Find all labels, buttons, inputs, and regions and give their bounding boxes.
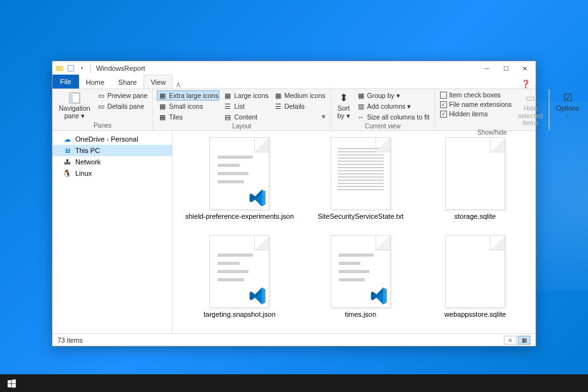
file-tab[interactable]: File	[52, 75, 79, 89]
svg-rect-2	[70, 93, 73, 103]
sidebar-item-network[interactable]: 🖧Network	[52, 156, 172, 168]
fit-icon: ↔	[357, 113, 365, 121]
explorer-window: ▾ WindowsReport ─ ☐ ✕ File Home Share Vi…	[52, 61, 536, 346]
current-view-group: ⬍ Sort by ▾ ▦Group by ▾ ▥Add columns ▾ ↔…	[331, 89, 436, 130]
close-button[interactable]: ✕	[515, 61, 534, 75]
add-columns-button[interactable]: ▥Add columns ▾	[355, 101, 431, 111]
options-group: ☑ Options ▾	[549, 89, 585, 130]
tiles-button[interactable]: ▦Tiles	[157, 112, 219, 122]
hidden-items-label: Hidden items	[449, 110, 487, 118]
sidebar-item-linux[interactable]: 🐧Linux	[52, 168, 172, 179]
sidebar-item-label: Linux	[75, 169, 92, 177]
svg-rect-0	[68, 66, 74, 71]
options-label: Options	[556, 105, 579, 113]
details-icon: ☰	[274, 102, 283, 111]
checkbox-icon: ✓	[440, 111, 447, 118]
sort-by-button[interactable]: ⬍ Sort by ▾	[335, 90, 353, 121]
file-item[interactable]: shield-preference-experiments.json	[185, 137, 294, 229]
layout-group: ▦Extra large icons ▦Small icons ▦Tiles ▦…	[153, 89, 331, 130]
sidebar-item-label: Network	[75, 158, 101, 166]
extensions-label: File name extensions	[449, 101, 511, 108]
share-tab[interactable]: Share	[111, 75, 144, 89]
file-thumbnail	[331, 235, 391, 308]
ribbon-tabs: File Home Share View ᐱ ❓	[52, 75, 536, 89]
preview-pane-label: Preview pane	[107, 92, 148, 99]
details-button[interactable]: ☰Details	[273, 101, 327, 111]
file-name-label: SiteSecurityServiceState.txt	[317, 212, 403, 220]
home-tab[interactable]: Home	[79, 75, 111, 89]
content-icon: ▤	[223, 113, 232, 121]
group-by-button[interactable]: ▦Group by ▾	[355, 90, 431, 101]
file-item[interactable]: webappsstore.sqlite	[427, 235, 523, 327]
list-label: List	[234, 102, 244, 110]
file-thumbnail	[445, 235, 505, 308]
collapse-ribbon-icon[interactable]: ᐱ	[173, 82, 184, 89]
grid-icon: ▦	[158, 102, 167, 111]
pc-icon: 🖥	[63, 146, 71, 155]
navigation-pane-button[interactable]: Navigation pane ▾	[56, 90, 93, 121]
small-icons-label: Small icons	[169, 102, 203, 110]
title-bar: ▾ WindowsReport ─ ☐ ✕	[52, 61, 536, 75]
details-view-icon[interactable]: ≡	[504, 336, 517, 345]
help-icon[interactable]: ❓	[516, 80, 536, 89]
minimize-button[interactable]: ─	[477, 61, 496, 75]
small-icons-button[interactable]: ▦Small icons	[157, 101, 219, 111]
sidebar-item-label: This PC	[75, 147, 100, 154]
file-thumbnail	[209, 137, 269, 210]
sidebar-item-this-pc[interactable]: 🖥This PC	[52, 145, 172, 156]
vscode-icon	[248, 287, 266, 305]
maximize-button[interactable]: ☐	[496, 61, 515, 75]
list-button[interactable]: ☰List	[222, 101, 269, 111]
status-count: 73 items	[58, 336, 83, 344]
status-bar: 73 items ≡ ▦	[52, 333, 536, 346]
hidden-items-toggle[interactable]: ✓Hidden items	[439, 109, 513, 118]
file-name-extensions-toggle[interactable]: ✓File name extensions	[439, 100, 513, 109]
options-button[interactable]: ☑ Options ▾	[553, 90, 581, 119]
details-pane-button[interactable]: ▭Details pane	[95, 101, 149, 111]
file-item[interactable]: times.json	[313, 235, 408, 327]
qat-dropdown-icon[interactable]: ▾	[77, 63, 88, 74]
window-controls: ─ ☐ ✕	[477, 61, 534, 75]
extra-large-icons-button[interactable]: ▦Extra large icons	[157, 90, 219, 101]
hide-selected-items-button[interactable]: ▭ Hide selected items	[515, 90, 545, 128]
size-all-columns-button[interactable]: ↔Size all columns to fit	[355, 112, 431, 122]
vscode-icon	[248, 189, 266, 207]
sort-by-label: Sort by ▾	[338, 105, 350, 119]
file-name-label: shield-preference-experiments.json	[185, 212, 294, 220]
file-name-label: storage.sqlite	[455, 212, 496, 220]
ribbon: Navigation pane ▾ ▭Preview pane ▭Details…	[52, 89, 536, 131]
item-check-boxes-toggle[interactable]: Item check boxes	[439, 90, 513, 99]
properties-icon[interactable]	[65, 63, 77, 74]
start-button[interactable]	[0, 374, 23, 392]
size-all-label: Size all columns to fit	[367, 113, 430, 121]
group-icon: ▦	[357, 91, 365, 100]
panes-group: Navigation pane ▾ ▭Preview pane ▭Details…	[52, 89, 153, 130]
sidebar-item-onedrive[interactable]: ☁OneDrive - Personal	[52, 133, 172, 145]
large-icons-label: Large icons	[234, 92, 268, 99]
preview-pane-button[interactable]: ▭Preview pane	[95, 90, 149, 101]
folder-icon[interactable]	[54, 63, 65, 74]
file-item[interactable]: SiteSecurityServiceState.txt	[313, 137, 408, 229]
file-item[interactable]: targeting.snapshot.json	[185, 235, 294, 327]
panes-group-label: Panes	[56, 121, 149, 129]
navigation-pane-icon	[68, 92, 81, 104]
content-button[interactable]: ▤Content	[222, 112, 269, 122]
grid-icon: ▦	[158, 91, 167, 100]
hide-selected-label: Hide selected items	[518, 105, 542, 127]
sort-icon: ⬍	[338, 92, 350, 104]
file-thumbnail	[445, 137, 505, 210]
details-pane-icon: ▭	[97, 102, 106, 111]
layout-more-button[interactable]: ▾	[273, 112, 327, 121]
large-icons-button[interactable]: ▦Large icons	[222, 90, 269, 101]
medium-icons-button[interactable]: ▦Medium icons	[273, 90, 327, 101]
titlebar-divider	[90, 64, 91, 73]
tiles-label: Tiles	[169, 113, 183, 121]
file-name-label: targeting.snapshot.json	[204, 310, 276, 318]
view-tab[interactable]: View	[144, 75, 173, 89]
file-thumbnail	[209, 235, 269, 308]
thumbnails-view-icon[interactable]: ▦	[518, 336, 530, 345]
file-area[interactable]: shield-preference-experiments.jsonSiteSe…	[173, 131, 536, 333]
file-item[interactable]: storage.sqlite	[427, 137, 523, 229]
columns-icon: ▥	[357, 102, 365, 111]
current-view-group-label: Current view	[335, 122, 431, 130]
